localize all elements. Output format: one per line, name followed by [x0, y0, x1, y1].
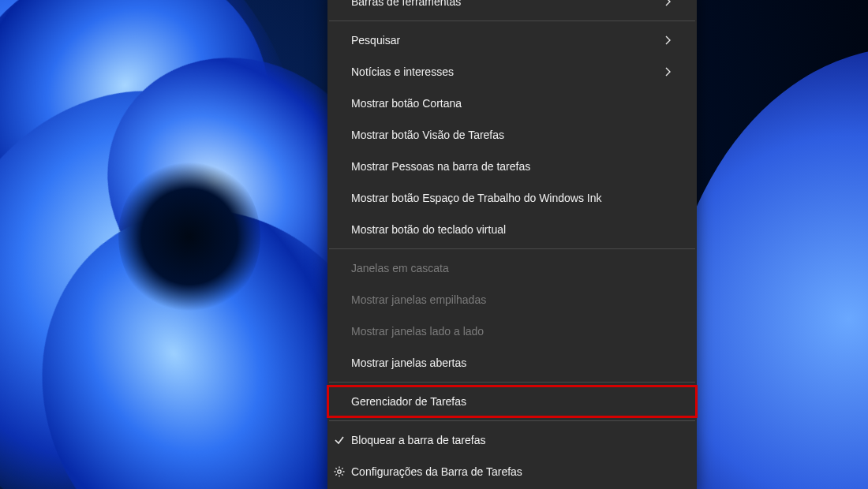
menu-item-label: Bloquear a barra de tarefas [351, 434, 673, 446]
menu-separator [329, 420, 695, 421]
menu-item-people[interactable]: Mostrar Pessoas na barra de tarefas [327, 151, 697, 182]
menu-item-label: Barras de ferramentas [351, 0, 662, 8]
menu-separator [329, 382, 695, 383]
menu-item-label: Janelas em cascata [351, 262, 673, 274]
chevron-right-icon [662, 35, 673, 46]
chevron-right-icon [662, 66, 673, 77]
menu-item-sidebyside: Mostrar janelas lado a lado [327, 315, 697, 347]
taskbar-context-menu: Barras de ferramentas Pesquisar Notícias… [327, 0, 697, 489]
menu-item-task-manager[interactable]: Gerenciador de Tarefas [327, 386, 697, 417]
menu-item-news[interactable]: Notícias e interesses [327, 56, 697, 88]
menu-item-label: Mostrar janelas lado a lado [351, 325, 673, 338]
menu-item-label: Notícias e interesses [351, 65, 662, 78]
menu-item-label: Mostrar botão Cortana [351, 97, 673, 110]
menu-separator [329, 248, 695, 249]
svg-point-0 [338, 470, 341, 473]
menu-item-taskbar-settings[interactable]: Configurações da Barra de Tarefas [327, 456, 697, 487]
menu-item-open-windows[interactable]: Mostrar janelas abertas [327, 347, 697, 379]
menu-item-cortana-button[interactable]: Mostrar botão Cortana [327, 88, 697, 119]
menu-item-label: Mostrar janelas empilhadas [351, 293, 673, 306]
menu-item-ink-button[interactable]: Mostrar botão Espaço de Trabalho do Wind… [327, 182, 697, 214]
menu-item-label: Mostrar Pessoas na barra de tarefas [351, 160, 673, 173]
menu-item-label: Mostrar botão Visão de Tarefas [351, 129, 673, 141]
menu-item-label: Configurações da Barra de Tarefas [351, 465, 673, 478]
menu-item-label: Pesquisar [351, 34, 662, 47]
menu-item-label: Mostrar botão do teclado virtual [351, 223, 673, 236]
menu-item-label: Gerenciador de Tarefas [351, 395, 673, 408]
menu-separator [329, 21, 695, 21]
menu-item-label: Mostrar botão Espaço de Trabalho do Wind… [351, 192, 673, 204]
wallpaper-centre [118, 158, 260, 315]
check-icon [332, 433, 346, 447]
menu-item-taskview-button[interactable]: Mostrar botão Visão de Tarefas [327, 119, 697, 151]
menu-item-label: Mostrar janelas abertas [351, 356, 673, 369]
menu-item-toolbars[interactable]: Barras de ferramentas [327, 0, 697, 17]
gear-icon [332, 465, 346, 479]
menu-item-lock-taskbar[interactable]: Bloquear a barra de tarefas [327, 424, 697, 456]
menu-item-stacked: Mostrar janelas empilhadas [327, 284, 697, 315]
menu-item-search[interactable]: Pesquisar [327, 24, 697, 56]
menu-item-cascade: Janelas em cascata [327, 252, 697, 284]
menu-item-touchkb-button[interactable]: Mostrar botão do teclado virtual [327, 214, 697, 245]
chevron-right-icon [662, 0, 673, 7]
